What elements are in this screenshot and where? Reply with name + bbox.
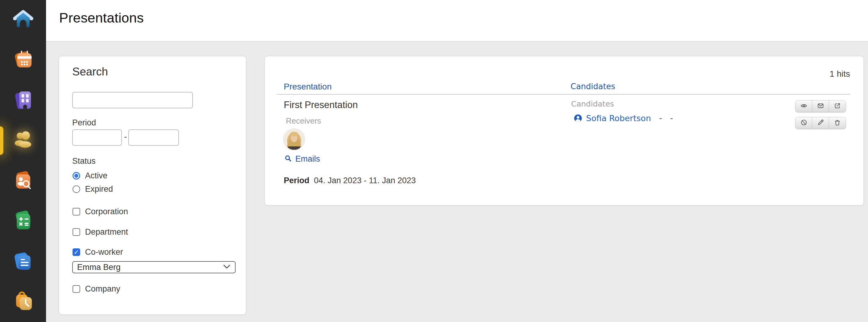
sidebar-item-presentations[interactable] — [0, 126, 46, 155]
candidate-actions-row-2 — [795, 117, 846, 129]
top-bar: Presentations — [46, 0, 868, 42]
view-button[interactable] — [796, 100, 812, 112]
candidates-section-label: Candidates — [571, 100, 614, 108]
search-icon — [284, 155, 292, 164]
search-panel-title: Search — [72, 65, 108, 78]
presentation-title: First Presentation — [284, 100, 358, 110]
sidebar-item-organization[interactable] — [0, 86, 46, 115]
hits-count: 1 hits — [830, 69, 850, 79]
active-radio-label: Active — [85, 171, 107, 180]
active-radio[interactable] — [72, 172, 80, 180]
status-option-expired[interactable]: Expired — [72, 184, 113, 194]
expired-radio-label: Expired — [85, 184, 113, 194]
edit-button[interactable] — [812, 117, 829, 129]
candidate-row: Sofia Robertson - - — [574, 113, 673, 123]
sidebar-item-candidate-search[interactable] — [0, 167, 46, 196]
page-title: Presentations — [59, 10, 144, 26]
coworker-checkbox[interactable] — [72, 248, 80, 256]
search-input[interactable] — [72, 92, 193, 108]
results-panel: 1 hits Presentation Candidates First Pre… — [265, 56, 864, 206]
trash-icon — [834, 119, 841, 127]
period-label: Period — [72, 118, 96, 128]
company-checkbox-label: Company — [85, 284, 120, 294]
company-checkbox[interactable] — [72, 285, 80, 293]
presentation-period: Period 04. Jan 2023 - 11. Jan 2023 — [284, 176, 416, 185]
filter-corporation[interactable]: Corporation — [72, 207, 128, 216]
column-header-presentation[interactable]: Presentation — [284, 82, 332, 92]
person-search-icon — [12, 169, 34, 193]
bag-clock-icon — [12, 290, 34, 314]
open-external-button[interactable] — [829, 100, 846, 112]
coworker-checkbox-label: Co-worker — [85, 247, 123, 257]
external-link-icon — [834, 102, 841, 110]
sidebar-item-documents[interactable] — [0, 247, 46, 276]
sidebar-item-calendar[interactable] — [0, 45, 46, 75]
period-row-value: 04. Jan 2023 - 11. Jan 2023 — [314, 176, 416, 185]
app-window: Presentations Search Period - Status Act… — [0, 0, 868, 322]
coworker-select[interactable]: Emma Berg — [72, 261, 236, 273]
envelope-icon — [817, 102, 824, 110]
calendar-icon — [12, 48, 34, 72]
sidebar-item-accounting[interactable] — [0, 207, 46, 236]
sidebar — [0, 0, 46, 322]
block-button[interactable] — [796, 117, 812, 129]
receiver-avatar — [283, 129, 305, 150]
building-icon — [12, 88, 34, 112]
expired-radio[interactable] — [72, 185, 80, 193]
calculator-icon — [12, 209, 34, 233]
home-icon — [12, 8, 34, 32]
coworker-select-value: Emma Berg — [77, 263, 223, 272]
status-label: Status — [72, 156, 96, 166]
department-checkbox[interactable] — [72, 228, 80, 236]
period-row-label: Period — [284, 176, 309, 185]
period-from-input[interactable] — [72, 129, 122, 146]
column-header-candidates[interactable]: Candidates — [570, 82, 615, 91]
period-to-input[interactable] — [128, 129, 179, 146]
sidebar-item-home[interactable] — [0, 5, 46, 34]
send-email-button[interactable] — [812, 100, 829, 112]
header-divider — [277, 94, 850, 95]
receivers-label: Receivers — [286, 116, 321, 126]
status-option-active[interactable]: Active — [72, 171, 107, 180]
corporation-checkbox[interactable] — [72, 208, 80, 215]
candidate-dash-1: - — [659, 113, 662, 123]
corporation-checkbox-label: Corporation — [85, 207, 128, 216]
filter-company[interactable]: Company — [72, 284, 120, 294]
person-icon — [574, 114, 582, 122]
department-checkbox-label: Department — [85, 227, 128, 237]
search-panel: Search Period - Status Active Expired Co… — [59, 56, 246, 315]
emails-link-label: Emails — [295, 154, 320, 164]
documents-icon — [12, 250, 34, 274]
candidate-dash-2: - — [670, 113, 673, 123]
chevron-down-icon — [223, 264, 231, 270]
ban-icon — [800, 119, 807, 127]
sidebar-item-time-tracking[interactable] — [0, 287, 46, 317]
pencil-icon — [817, 119, 824, 127]
emails-link[interactable]: Emails — [284, 154, 320, 164]
filter-department[interactable]: Department — [72, 227, 128, 237]
people-icon — [12, 129, 34, 152]
candidate-actions-row-1 — [795, 100, 846, 112]
period-separator: - — [124, 132, 127, 142]
delete-button[interactable] — [829, 117, 846, 129]
filter-coworker[interactable]: Co-worker — [72, 247, 123, 257]
eye-icon — [800, 102, 807, 110]
candidate-name-link[interactable]: Sofia Robertson — [586, 113, 651, 123]
